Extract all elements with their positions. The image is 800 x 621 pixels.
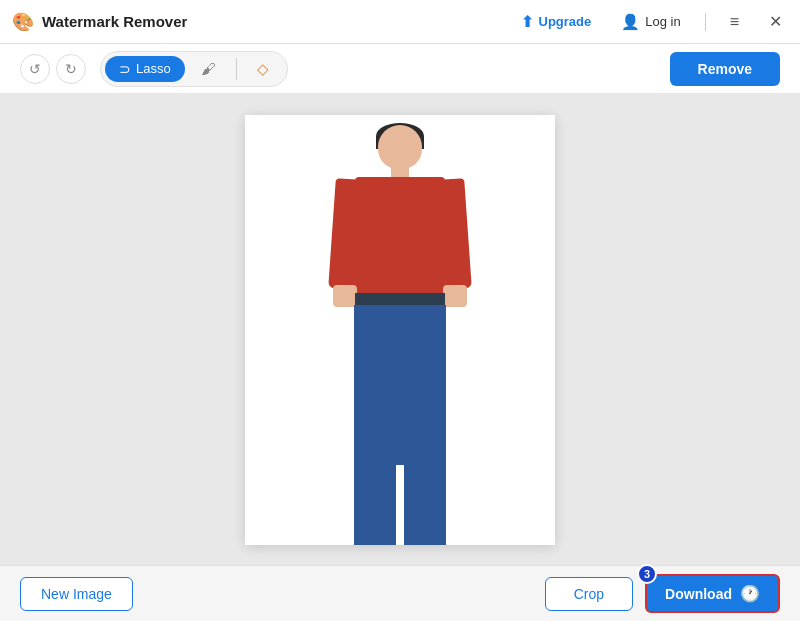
eraser-tool-button[interactable]: ◇ [243,55,283,83]
person-figure [320,125,480,515]
title-right: ⬆ Upgrade 👤 Log in ≡ ✕ [515,9,789,35]
redo-button[interactable]: ↻ [56,54,86,84]
figure-hand-right [443,285,467,307]
upgrade-icon: ⬆ [521,13,534,31]
brush-tool-button[interactable]: 🖌 [187,55,230,82]
upgrade-button[interactable]: ⬆ Upgrade [515,9,598,35]
separator [705,13,706,31]
lasso-label: Lasso [136,61,171,76]
figure-hand-left [333,285,357,307]
close-button[interactable]: ✕ [763,10,788,33]
brush-icon: 🖌 [201,60,216,77]
figure-torso [355,177,445,297]
title-left: 🎨 Watermark Remover [12,11,187,33]
user-icon: 👤 [621,13,640,31]
login-button[interactable]: 👤 Log in [615,9,686,35]
bottom-bar: New Image Crop 3 Download 🕐 [0,565,800,621]
download-button[interactable]: Download 🕐 [645,574,780,613]
download-badge: 3 [637,564,657,584]
title-bar: 🎨 Watermark Remover ⬆ Upgrade 👤 Log in ≡… [0,0,800,44]
toolbar: ↺ ↻ ⊃ Lasso 🖌 ◇ Remove [0,44,800,94]
download-label: Download [665,586,732,602]
image-container[interactable] [245,115,555,545]
download-wrapper: 3 Download 🕐 [645,574,780,613]
toolbar-left: ↺ ↻ ⊃ Lasso 🖌 ◇ [20,51,288,87]
clock-icon: 🕐 [740,584,760,603]
undo-button[interactable]: ↺ [20,54,50,84]
remove-button[interactable]: Remove [670,52,780,86]
crop-button[interactable]: Crop [545,577,633,611]
figure-leg-right [404,435,446,545]
eraser-icon: ◇ [257,60,269,78]
canvas-area [0,94,800,565]
bottom-right: Crop 3 Download 🕐 [545,574,780,613]
tool-group: ⊃ Lasso 🖌 ◇ [100,51,288,87]
tool-separator [236,58,237,80]
lasso-icon: ⊃ [119,61,131,77]
menu-button[interactable]: ≡ [724,11,745,33]
lasso-tool-button[interactable]: ⊃ Lasso [105,56,185,82]
app-title: Watermark Remover [42,13,187,30]
new-image-button[interactable]: New Image [20,577,133,611]
figure-leg-left [354,435,396,545]
app-icon: 🎨 [12,11,34,33]
figure-head [378,125,422,169]
login-label: Log in [645,14,680,29]
upgrade-label: Upgrade [539,14,592,29]
